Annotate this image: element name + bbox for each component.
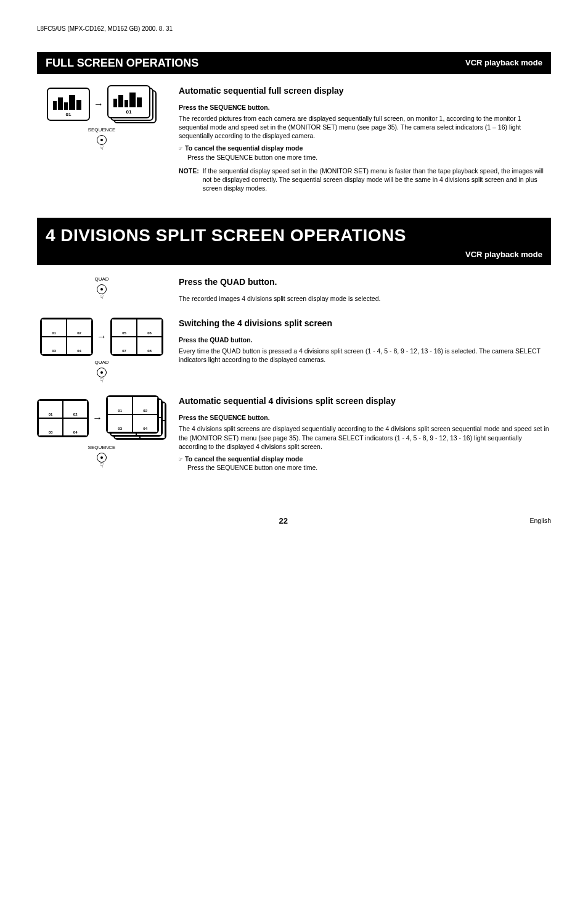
arrow-icon: → [92,411,102,425]
section-auto-seq-4div: 01 02 03 04 → 0506 0708 0102 0304 [37,395,551,472]
cancel-heading: ☞To cancel the sequential display mode [179,455,551,464]
instruction: Press the SEQUENCE button. [179,103,551,112]
section-auto-seq-full: 01 → 01 SEQUENCE ☟ Automatic sequential … [37,85,551,193]
body-text: The recorded pictures from each camera a… [179,114,551,141]
language-label: English [530,516,551,525]
heading-switch-4div: Switching the 4 divisions split screen [179,318,551,329]
section-press-quad: QUAD ☟ Press the QUAD button. The record… [37,276,551,307]
page-number: 22 [279,516,288,527]
illustration-quad-btn: QUAD ☟ [37,276,166,307]
quad-stack-icon: 0506 0708 0102 0304 [106,395,166,441]
quad-screen-icon: 01 02 03 04 [40,318,93,356]
illustration-switch-quad: 01 02 03 04 → 05 06 07 08 QUAD ☟ [37,318,166,384]
bar-subtitle: VCR playback mode [465,57,542,68]
heading-auto-seq-full: Automatic sequential full screen display [179,85,551,97]
sub-title: VCR playback mode [46,249,542,260]
body-text: The recorded images 4 divisions split sc… [179,294,551,303]
section-bar-4div: 4 DIVISIONS SPLIT SCREEN OPERATIONS VCR … [37,218,551,265]
cancel-body: Press the SEQUENCE button one more time. [187,463,551,472]
sequence-button-icon: SEQUENCE ☟ [37,127,166,152]
instruction: Press the QUAD button. [179,336,551,344]
header-code: L8FC5/US (MPX-CD162, MD162 GB) 2000. 8. … [37,25,551,33]
instruction: Press the SEQUENCE button. [179,413,551,422]
body-text: Every time the QUAD button is pressed a … [179,347,551,364]
monitor-icon: 01 [47,88,90,121]
arrow-icon: → [94,97,104,111]
arrow-icon: → [97,330,107,344]
cancel-body: Press the SEQUENCE button one more time. [187,153,551,162]
main-title: 4 DIVISIONS SPLIT SCREEN OPERATIONS [46,224,542,247]
quad-screen-icon: 01 02 03 04 [37,399,89,437]
bar-title: FULL SCREEN OPERATIONS [46,56,198,70]
note: NOTE: If the sequential display speed se… [179,167,551,193]
heading-auto-seq-4div: Automatic sequential 4 divisions split s… [179,395,551,407]
sequence-button-icon: SEQUENCE ☟ [37,445,166,469]
body-text: The 4 divisions split screens are displa… [179,424,551,451]
illustration-seq-quad: 01 02 03 04 → 0506 0708 0102 0304 [37,395,166,472]
monitor-stack-icon: 01 [107,85,157,123]
section-switch-4div: 01 02 03 04 → 05 06 07 08 QUAD ☟ Switchi… [37,318,551,384]
illustration-seq-full: 01 → 01 SEQUENCE ☟ [37,85,166,193]
quad-screen-icon: 05 06 07 08 [110,318,163,356]
quad-button-icon: QUAD ☟ [37,360,166,384]
heading-press-quad: Press the QUAD button. [179,276,551,288]
section-bar-full-screen: FULL SCREEN OPERATIONS VCR playback mode [37,52,551,74]
cancel-heading: ☞To cancel the sequential display mode [179,144,551,153]
page-footer: 22 English [37,516,551,527]
